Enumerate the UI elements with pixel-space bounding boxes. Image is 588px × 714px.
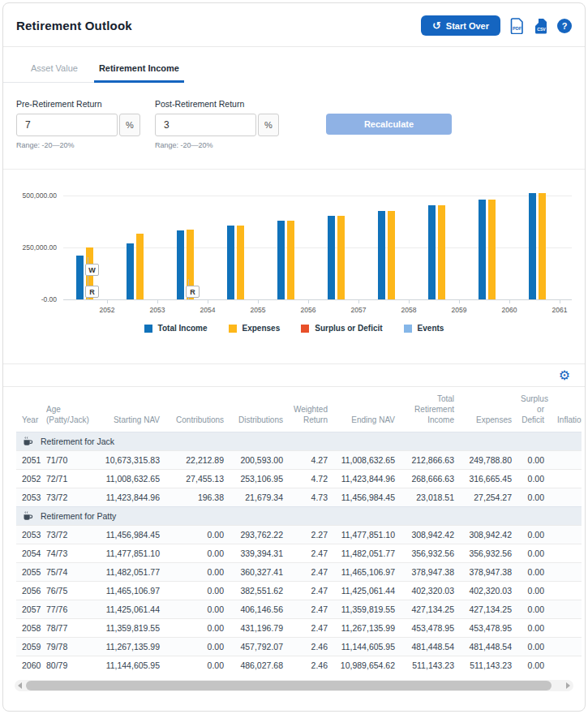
event-flag-r[interactable]: R	[186, 286, 200, 298]
x-axis-tick-label: 2061	[543, 306, 576, 314]
chart-bar-total-income	[529, 193, 536, 299]
scroll-left-arrow[interactable]	[18, 682, 22, 689]
table-cell: 293,762.22	[227, 526, 286, 544]
pre-retirement-return-input[interactable]	[16, 114, 118, 136]
post-return-range-note: Range: -20—20%	[155, 141, 279, 149]
svg-text:PDF: PDF	[513, 26, 522, 31]
table-cell: 11,267,135.99	[331, 619, 398, 638]
recalculate-button[interactable]: Recalculate	[326, 114, 452, 135]
table-cell: 0.00	[515, 526, 547, 544]
table-cell: 2.47	[286, 600, 331, 619]
table-cell: 2.46	[286, 638, 331, 656]
table-cell: 11,456,984.45	[331, 488, 398, 507]
column-header: Surplus or Deficit	[515, 387, 547, 432]
legend-swatch	[144, 325, 152, 333]
post-retirement-return-input[interactable]	[155, 114, 256, 136]
table-cell: 11,267,135.99	[92, 638, 163, 656]
table-cell: 23,018.51	[398, 488, 457, 507]
table-cell: 378,947.38	[398, 563, 457, 582]
x-axis-tick-label: 2055	[242, 306, 274, 314]
table-cell: 75/74	[41, 563, 92, 582]
table-cell: 200,593.00	[227, 451, 286, 470]
legend-item-total-income[interactable]: Total Income	[144, 324, 208, 333]
start-over-label: Start Over	[446, 21, 489, 31]
table-cell: 11,359,819.55	[92, 619, 163, 638]
table-cell: 2055	[16, 563, 41, 582]
tab-asset-value[interactable]: Asset Value	[26, 63, 83, 82]
table-cell: 2059	[16, 638, 41, 656]
table-cell: 427,134.25	[398, 600, 457, 619]
legend-item-expenses[interactable]: Expenses	[229, 324, 281, 333]
column-header: Year	[16, 387, 41, 432]
event-flag-w[interactable]: W	[85, 264, 99, 276]
table-cell: 6.00	[547, 488, 582, 507]
table-cell: 11,456,984.45	[92, 526, 163, 544]
header: Retirement Outlook ↺ Start Over PDF CSV …	[3, 3, 585, 47]
table-row: 206080/7911,144,605.950.00486,027.682.46…	[16, 656, 582, 675]
table-cell: 27,455.13	[163, 470, 227, 488]
table-row: 205777/7611,425,061.440.00406,146.562.47…	[16, 600, 582, 619]
table-cell: 382,551.62	[227, 582, 286, 600]
pdf-export-icon[interactable]: PDF	[510, 18, 524, 34]
table-cell: 453,478.95	[398, 619, 457, 638]
table-toolbar: ⚙	[3, 364, 585, 386]
x-axis-tick-label: 2059	[443, 306, 475, 314]
chart-bar-expenses	[438, 205, 445, 299]
table-cell: 11,465,106.97	[92, 582, 163, 600]
tab-bar: Asset Value Retirement Income	[3, 63, 184, 83]
table-cell: 0.00	[515, 563, 547, 582]
chart-bar-total-income	[479, 200, 486, 299]
event-flag-r[interactable]: R	[85, 286, 99, 298]
csv-export-icon[interactable]: CSV	[534, 18, 547, 34]
table-cell: 402,320.03	[398, 582, 457, 600]
table-cell: 2053	[16, 526, 41, 544]
legend-item-surplus-or-deficit[interactable]: Surplus or Deficit	[301, 324, 382, 333]
x-axis-tick-label: 2060	[493, 306, 526, 314]
table-row: 205676/7511,465,106.970.00382,551.622.47…	[16, 582, 582, 600]
page-title: Retirement Outlook	[16, 19, 132, 32]
table-cell: 249,788.80	[457, 451, 515, 470]
table-cell: 71/70	[41, 451, 92, 470]
table-cell: 0.00	[163, 526, 227, 544]
table-cell: 74/73	[41, 544, 92, 563]
table-cell: 2.47	[286, 563, 331, 582]
table-cell: 2057	[16, 600, 41, 619]
table-cell: 196.38	[163, 488, 227, 507]
table-cell: 2.47	[286, 582, 331, 600]
horizontal-scrollbar[interactable]	[15, 680, 573, 691]
table-cell: 0.00	[163, 582, 227, 600]
chart-bar-expenses	[237, 226, 244, 299]
header-actions: ↺ Start Over PDF CSV ?	[421, 15, 572, 36]
group-header-cell: Retirement for Patty	[16, 507, 582, 526]
chart-bar-total-income	[127, 243, 134, 299]
table-cell: 76/75	[41, 582, 92, 600]
table-cell: 22,212.89	[163, 451, 227, 470]
pre-retirement-return-label: Pre-Retirement Return	[16, 99, 140, 109]
help-icon[interactable]: ?	[557, 19, 572, 33]
table-cell: 253,106.95	[227, 470, 286, 488]
table-row: 205373/7211,423,844.96196.3821,679.344.7…	[16, 488, 582, 507]
return-controls: Pre-Retirement Return % Range: -20—20% P…	[3, 83, 585, 149]
chart-bar-total-income	[76, 256, 84, 299]
table-cell: 11,465,106.97	[331, 563, 398, 582]
table-cell: 79/78	[41, 638, 92, 656]
x-axis-tick-label: 2052	[91, 306, 123, 314]
table-cell: 0.00	[515, 488, 547, 507]
x-axis-line	[63, 299, 572, 300]
svg-text:CSV: CSV	[537, 27, 546, 32]
retirement-income-chart: 500,000.00250,000.00-0.00205220532054205…	[3, 169, 585, 333]
table-cell: 4.72	[286, 470, 331, 488]
tab-retirement-income[interactable]: Retirement Income	[94, 63, 184, 83]
scrollbar-thumb[interactable]	[26, 681, 552, 690]
chart-bar-total-income	[277, 221, 285, 299]
legend-item-events[interactable]: Events	[404, 324, 444, 333]
scroll-right-arrow[interactable]	[566, 682, 570, 689]
table-cell: 360,327.41	[227, 563, 286, 582]
column-header: Starting NAV	[92, 387, 163, 432]
chart-bar-total-income	[428, 205, 436, 299]
start-over-button[interactable]: ↺ Start Over	[421, 15, 500, 36]
x-axis-tick-label: 2057	[342, 306, 375, 314]
settings-gear-icon[interactable]: ⚙	[559, 369, 570, 382]
table-cell: 308,942.42	[457, 526, 515, 544]
table-cell: 2053	[16, 488, 41, 507]
